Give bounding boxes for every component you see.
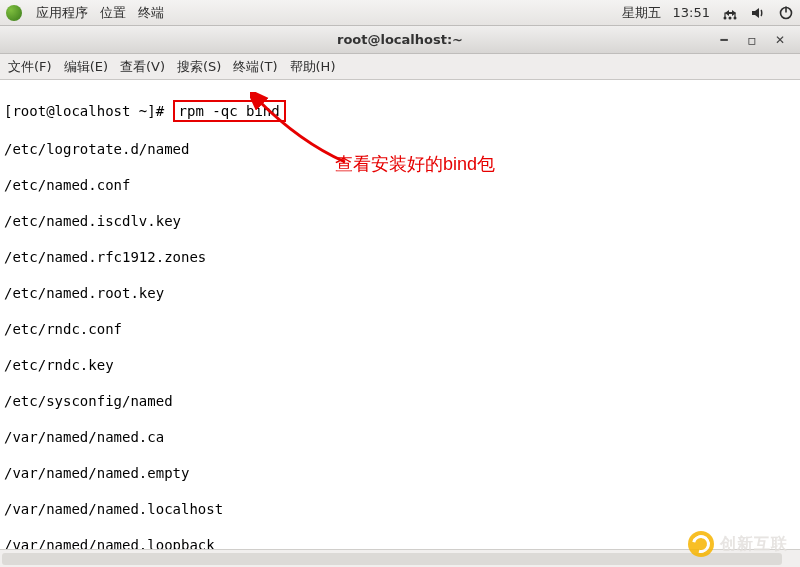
volume-icon[interactable] <box>750 5 766 21</box>
output-line: /etc/named.root.key <box>4 284 796 302</box>
window-title: root@localhost:~ <box>337 32 463 47</box>
terminal-menubar: 文件(F) 编辑(E) 查看(V) 搜索(S) 终端(T) 帮助(H) <box>0 54 800 80</box>
svg-rect-4 <box>785 6 787 12</box>
window-close-button[interactable] <box>772 32 788 48</box>
menu-file[interactable]: 文件(F) <box>8 58 52 76</box>
output-line: /etc/rndc.key <box>4 356 796 374</box>
power-icon[interactable] <box>778 5 794 21</box>
output-line: /var/named/named.ca <box>4 428 796 446</box>
watermark-text: 创新互联 <box>720 534 788 555</box>
menu-view[interactable]: 查看(V) <box>120 58 165 76</box>
prompt-text: [root@localhost ~]# <box>4 103 173 119</box>
panel-places[interactable]: 位置 <box>100 4 126 22</box>
output-line: /etc/sysconfig/named <box>4 392 796 410</box>
watermark-logo-icon <box>688 531 714 557</box>
network-icon[interactable] <box>722 5 738 21</box>
menu-search[interactable]: 搜索(S) <box>177 58 221 76</box>
output-line: /etc/named.rfc1912.zones <box>4 248 796 266</box>
svg-point-1 <box>729 16 732 19</box>
window-titlebar: root@localhost:~ <box>0 26 800 54</box>
watermark: 创新互联 <box>688 531 788 557</box>
terminal-viewport[interactable]: [root@localhost ~]# rpm -qc bind /etc/lo… <box>0 80 800 567</box>
command-highlight-box: rpm -qc bind <box>173 100 286 122</box>
window-maximize-button[interactable] <box>744 32 760 48</box>
menu-edit[interactable]: 编辑(E) <box>64 58 108 76</box>
gnome-top-panel: 应用程序 位置 终端 星期五 13:51 <box>0 0 800 26</box>
distro-icon <box>6 5 22 21</box>
annotation-text: 查看安装好的bind包 <box>335 155 495 173</box>
menu-terminal[interactable]: 终端(T) <box>233 58 277 76</box>
horizontal-scrollbar[interactable] <box>0 549 800 567</box>
window-minimize-button[interactable] <box>716 32 732 48</box>
output-line: /etc/named.conf <box>4 176 796 194</box>
output-line: /var/named/named.empty <box>4 464 796 482</box>
output-line: /var/named/named.localhost <box>4 500 796 518</box>
output-line: /etc/rndc.conf <box>4 320 796 338</box>
panel-terminal[interactable]: 终端 <box>138 4 164 22</box>
panel-time: 13:51 <box>673 5 710 20</box>
panel-applications[interactable]: 应用程序 <box>36 4 88 22</box>
panel-day: 星期五 <box>622 4 661 22</box>
output-line: /etc/named.iscdlv.key <box>4 212 796 230</box>
prompt-line-1: [root@localhost ~]# rpm -qc bind <box>4 100 796 122</box>
menu-help[interactable]: 帮助(H) <box>290 58 336 76</box>
